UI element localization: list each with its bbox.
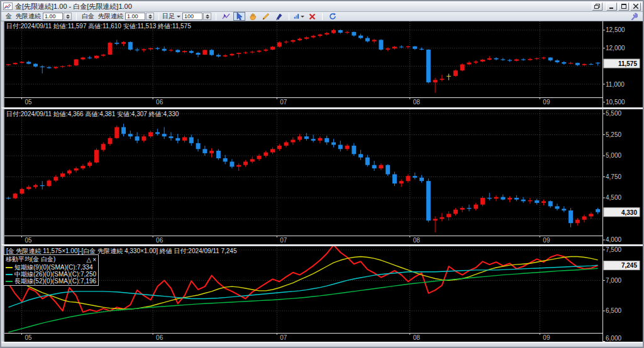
spread-chart-panel[interactable]: 05060708097,5007,0006,5006,0007,245 [金 先…	[1, 246, 643, 342]
svg-text:12,500: 12,500	[606, 26, 625, 33]
legend-item-0: 短期線(9)(0)(SMA)(C):7,334	[6, 264, 96, 271]
legend-item-1: 中期線(26)(0)(SMA)(C):7,250	[6, 271, 96, 278]
chart-type-button[interactable]	[293, 12, 305, 21]
legend-item-label: 短期線(9)(0)(SMA)(C):7,334	[14, 264, 92, 271]
svg-text:08: 08	[413, 334, 421, 341]
svg-text:09: 09	[543, 237, 550, 244]
gold-info-line: 日付:2024/09/11 始値:11,597 高値:11,610 安値:11,…	[6, 22, 191, 31]
platinum-chart-svg: 05060708095,5005,2505,0004,7504,5004,000…	[1, 109, 643, 244]
chart-window: 金[先限連続]1.00 - 白金[先限連続]1.00 金 先限連続 1.00 白…	[0, 0, 644, 348]
legend-collapse-button[interactable]: △	[86, 256, 91, 263]
svg-text:4,000: 4,000	[606, 236, 621, 243]
svg-text:7,500: 7,500	[606, 246, 621, 253]
svg-text:05: 05	[25, 99, 33, 106]
minimize-button[interactable]	[606, 3, 617, 11]
bar-count-arrows[interactable]	[203, 13, 211, 20]
svg-text:11,000: 11,000	[606, 81, 625, 88]
legend-close-button[interactable]: ×	[92, 256, 96, 263]
platinum-multiplier-value[interactable]: 1.00	[125, 13, 145, 20]
delete-x-icon	[309, 13, 316, 20]
svg-text:09: 09	[543, 334, 550, 341]
gold-multiplier-value[interactable]: 1.00	[43, 13, 63, 20]
svg-text:7,000: 7,000	[606, 277, 621, 284]
separator	[289, 13, 289, 20]
settings-wrench-button[interactable]	[628, 12, 640, 21]
separator	[158, 13, 159, 20]
svg-text:06: 06	[156, 237, 164, 244]
pen-icon	[275, 13, 283, 20]
svg-text:10,500: 10,500	[606, 99, 625, 106]
pencil-icon	[262, 13, 270, 20]
svg-text:6,500: 6,500	[606, 307, 621, 314]
gold-last-price: 11,575	[618, 60, 637, 67]
chart-app-icon	[3, 3, 13, 10]
bar-count-value[interactable]: 100	[182, 13, 203, 20]
window-title: 金[先限連続]1.00 - 白金[先限連続]1.00	[15, 2, 132, 11]
legend-item-label: 長期線(52)(0)(SMA)(C):7,196	[14, 278, 96, 285]
float-window-button[interactable]	[592, 3, 602, 11]
platinum-series-label: 先限連続	[98, 12, 123, 21]
gold-multiplier-arrows[interactable]	[64, 13, 72, 20]
window-bottom-edge	[1, 342, 643, 347]
separator	[322, 13, 323, 20]
refresh-button[interactable]	[326, 12, 338, 21]
panel-grip[interactable]	[1, 109, 4, 244]
pan-hand-icon	[249, 13, 257, 20]
platinum-multiplier-spinner[interactable]: 1.00	[125, 13, 154, 20]
close-button[interactable]	[630, 3, 641, 11]
bar-chart-icon	[294, 13, 299, 20]
svg-text:08: 08	[413, 99, 421, 106]
crosshair-chart-button[interactable]	[220, 12, 232, 21]
pencil-draw-button[interactable]	[260, 12, 272, 21]
gold-chart-panel[interactable]: 050607080912,50012,00011,00010,50011,575…	[1, 21, 643, 107]
separator	[76, 13, 77, 20]
period-dropdown[interactable]: 日足	[162, 12, 180, 21]
svg-text:05: 05	[25, 334, 33, 341]
pen-annotate-button[interactable]	[273, 12, 285, 21]
legend-color-dash	[6, 274, 13, 275]
title-bar: 金[先限連続]1.00 - 白金[先限連続]1.00	[1, 1, 643, 12]
svg-text:09: 09	[543, 99, 550, 106]
platinum-last-price: 4,330	[621, 209, 637, 216]
svg-text:4,500: 4,500	[606, 194, 621, 201]
select-arrow-button[interactable]	[233, 12, 245, 21]
delete-button[interactable]	[306, 12, 318, 21]
svg-text:6,000: 6,000	[606, 335, 621, 342]
platinum-multiplier-arrows[interactable]	[146, 13, 154, 20]
legend-color-dash	[6, 267, 13, 268]
legend-item-2: 長期線(52)(0)(SMA)(C):7,196	[6, 278, 96, 285]
svg-text:07: 07	[280, 237, 287, 244]
crosshair-chart-icon	[222, 13, 230, 20]
svg-text:5,000: 5,000	[606, 152, 621, 159]
svg-text:5,500: 5,500	[606, 110, 621, 117]
svg-text:07: 07	[280, 99, 287, 106]
maximize-button[interactable]	[618, 3, 629, 11]
bar-count-spinner[interactable]: 100	[182, 13, 211, 20]
period-value: 日足	[162, 12, 175, 21]
spread-last-price: 7,245	[621, 262, 637, 269]
toolbar: 金 先限連続 1.00 白金 先限連続 1.00 日足 100	[1, 12, 643, 21]
gold-multiplier-spinner[interactable]: 1.00	[43, 13, 72, 20]
platinum-chart-panel[interactable]: 05060708095,5005,2505,0004,7504,5004,000…	[1, 109, 643, 244]
svg-text:5,250: 5,250	[606, 131, 621, 138]
refresh-icon	[329, 13, 336, 20]
chevron-down-icon	[177, 16, 180, 18]
svg-text:4,750: 4,750	[606, 173, 621, 180]
panel-grip[interactable]	[1, 21, 4, 107]
legend-item-label: 中期線(26)(0)(SMA)(C):7,250	[14, 271, 96, 278]
chevron-down-icon	[301, 16, 304, 18]
legend-title: 移動平均(金 白金)	[6, 255, 55, 264]
svg-text:08: 08	[413, 237, 421, 244]
svg-text:05: 05	[25, 237, 33, 244]
svg-text:07: 07	[280, 334, 287, 341]
moving-average-legend: 移動平均(金 白金) △ × 短期線(9)(0)(SMA)(C):7,334中期…	[3, 254, 99, 286]
platinum-info-line: 日付:2024/09/11 始値:4,366 高値:4,381 安値:4,307…	[6, 110, 179, 119]
svg-text:06: 06	[156, 334, 164, 341]
svg-text:06: 06	[156, 99, 164, 106]
gold-series-label: 先限連続	[16, 12, 41, 21]
platinum-label: 白金	[82, 12, 94, 21]
gold-label: 金	[6, 12, 12, 21]
pan-hand-button[interactable]	[247, 12, 258, 21]
separator	[216, 13, 216, 20]
chart-area: 050607080912,50012,00011,00010,50011,575…	[1, 21, 643, 342]
